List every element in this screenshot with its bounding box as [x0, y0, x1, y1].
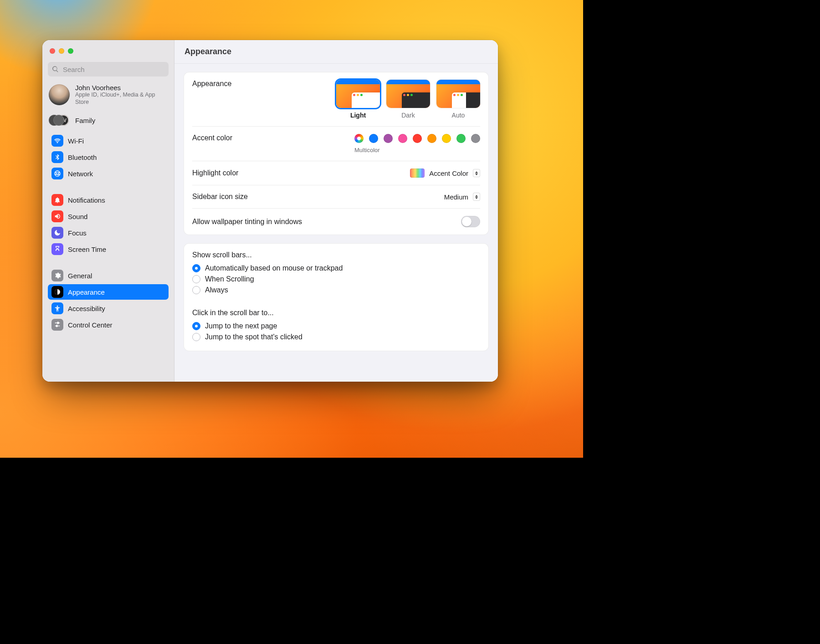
- sidebar-item-label: Network: [68, 170, 93, 178]
- radio-always-row[interactable]: Always: [192, 285, 480, 296]
- auto-preview-icon: [436, 80, 480, 108]
- accent-color-label: Accent color: [192, 134, 232, 142]
- detail-pane: Appearance Appearance: [174, 40, 498, 382]
- wallpaper-tinting-toggle[interactable]: [461, 216, 480, 227]
- accent-blue[interactable]: [369, 134, 378, 143]
- sidebar-item-label: Sound: [68, 213, 87, 220]
- sidebar-item-label: General: [68, 272, 92, 280]
- accent-red[interactable]: [413, 134, 422, 143]
- wifi-icon: [51, 135, 63, 147]
- show-scrollbars-label: Show scroll bars...: [192, 251, 480, 259]
- sidebar-item-label: Accessibility: [68, 305, 105, 312]
- radio-label: Automatically based on mouse or trackpad: [205, 264, 343, 272]
- family-avatars-icon: CV: [49, 114, 70, 127]
- sidebar-item-label: Notifications: [68, 196, 105, 204]
- wallpaper-tinting-row: Allow wallpaper tinting in windows: [192, 209, 480, 235]
- sidebar-item-controlcenter[interactable]: Control Center: [48, 317, 169, 332]
- scroll-card: Show scroll bars... Automatically based …: [184, 243, 489, 351]
- bell-icon: [51, 194, 63, 206]
- search-field[interactable]: [48, 62, 169, 77]
- sidebar-item-network[interactable]: Network: [48, 166, 169, 181]
- appearance-mode-dark[interactable]: Dark: [386, 80, 430, 119]
- radio-auto-row[interactable]: Automatically based on mouse or trackpad: [192, 263, 480, 274]
- account-sub: Apple ID, iCloud+, Media & App Store: [75, 92, 168, 106]
- sidebar-item-general[interactable]: General: [48, 268, 169, 283]
- sidebar-group-system: General Appearance Accessibility: [48, 268, 169, 332]
- sidebar-group-network: Wi-Fi Bluetooth Network: [48, 133, 169, 181]
- sliders-icon: [51, 319, 63, 331]
- radio-jump-page-row[interactable]: Jump to the next page: [192, 321, 480, 332]
- accent-orange[interactable]: [427, 134, 436, 143]
- pane-toolbar: Appearance: [174, 40, 498, 64]
- sidebar-item-appearance[interactable]: Appearance: [48, 284, 169, 300]
- sidebar-item-sound[interactable]: Sound: [48, 209, 169, 224]
- accessibility-icon: [51, 302, 63, 314]
- radio-label: Jump to the next page: [205, 322, 277, 330]
- appearance-icon: [51, 286, 63, 298]
- accent-green[interactable]: [456, 134, 466, 143]
- sidebar-item-bluetooth[interactable]: Bluetooth: [48, 149, 169, 165]
- sidebar-item-wifi[interactable]: Wi-Fi: [48, 133, 169, 148]
- apple-id-row[interactable]: John Voorhees Apple ID, iCloud+, Media &…: [48, 81, 169, 107]
- accent-graphite[interactable]: [471, 134, 480, 143]
- radio-icon: [192, 275, 200, 283]
- appearance-mode-label: Appearance: [192, 80, 231, 88]
- minimize-icon[interactable]: [59, 48, 64, 54]
- highlight-color-label: Highlight color: [192, 169, 238, 177]
- zoom-icon[interactable]: [68, 48, 73, 54]
- system-settings-window: John Voorhees Apple ID, iCloud+, Media &…: [42, 40, 498, 382]
- sidebar-icon-size-row: Sidebar icon size Medium: [192, 185, 480, 209]
- mode-label: Light: [350, 112, 366, 119]
- window-controls: [48, 46, 169, 57]
- family-row[interactable]: CV Family: [48, 111, 169, 128]
- radio-icon: [192, 333, 200, 341]
- sidebar-icon-size-label: Sidebar icon size: [192, 193, 248, 201]
- close-icon[interactable]: [50, 48, 55, 54]
- sidebar-icon-size-value: Medium: [444, 193, 468, 201]
- radio-scrolling-row[interactable]: When Scrolling: [192, 274, 480, 285]
- sidebar-item-label: Bluetooth: [68, 153, 97, 161]
- accent-yellow[interactable]: [442, 134, 451, 143]
- chevron-updown-icon: [473, 193, 480, 201]
- account-name: John Voorhees: [75, 84, 168, 92]
- sidebar-item-label: Screen Time: [68, 245, 106, 253]
- sidebar-icon-size-select[interactable]: Medium: [444, 193, 480, 201]
- family-label: Family: [75, 117, 95, 124]
- search-icon: [52, 66, 59, 73]
- svg-point-1: [57, 306, 58, 307]
- radio-icon: [192, 286, 200, 294]
- sidebar-item-label: Wi-Fi: [68, 137, 84, 145]
- sidebar-item-focus[interactable]: Focus: [48, 225, 169, 240]
- appearance-mode-picker: Light Dark: [336, 80, 480, 119]
- radio-jump-spot-row[interactable]: Jump to the spot that's clicked: [192, 332, 480, 342]
- radio-icon: [192, 322, 200, 330]
- appearance-mode-auto[interactable]: Auto: [436, 80, 480, 119]
- highlight-swatch-icon: [410, 169, 425, 178]
- sidebar-item-screentime[interactable]: Screen Time: [48, 241, 169, 257]
- sidebar-item-accessibility[interactable]: Accessibility: [48, 301, 169, 316]
- accent-multicolor[interactable]: [354, 134, 364, 143]
- moon-icon: [51, 227, 63, 239]
- accent-purple[interactable]: [384, 134, 393, 143]
- accent-color-row: Accent color: [192, 127, 480, 161]
- search-input[interactable]: [63, 66, 164, 73]
- highlight-color-select[interactable]: Accent Color: [410, 169, 480, 178]
- radio-icon: [192, 264, 200, 272]
- dark-preview-icon: [386, 80, 430, 108]
- bluetooth-icon: [51, 151, 63, 163]
- mode-label: Dark: [401, 112, 415, 119]
- sidebar-item-notifications[interactable]: Notifications: [48, 192, 169, 208]
- sidebar-item-label: Focus: [68, 229, 87, 237]
- network-icon: [51, 168, 63, 179]
- highlight-color-row: Highlight color Accent Color: [192, 161, 480, 185]
- chevron-updown-icon: [473, 169, 480, 177]
- accent-pink[interactable]: [398, 134, 407, 143]
- pane-content: Appearance Light: [174, 64, 498, 382]
- radio-label: When Scrolling: [205, 275, 254, 283]
- appearance-card: Appearance Light: [184, 72, 489, 235]
- sidebar-item-label: Control Center: [68, 321, 113, 329]
- radio-label: Always: [205, 286, 228, 294]
- appearance-mode-light[interactable]: Light: [336, 80, 380, 119]
- click-scrollbar-label: Click in the scroll bar to...: [192, 309, 480, 317]
- click-scrollbar-block: Click in the scroll bar to... Jump to th…: [192, 302, 480, 349]
